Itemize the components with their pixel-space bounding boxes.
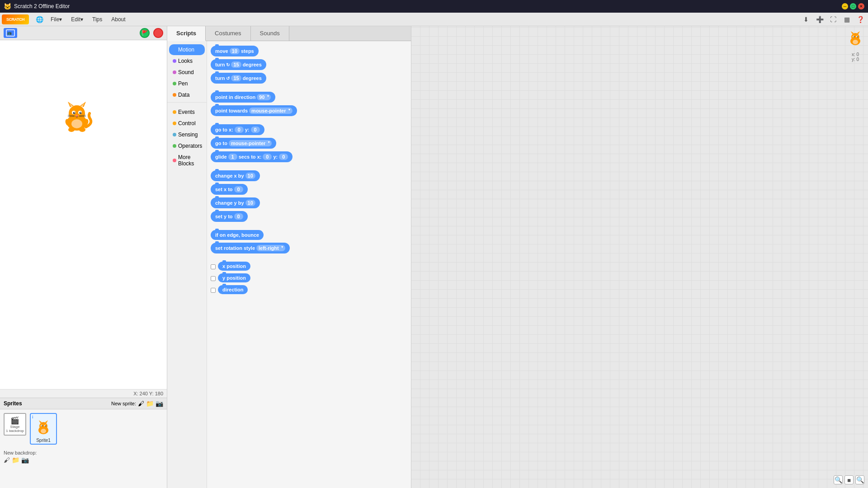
gap1: [211, 86, 407, 92]
coordinates: X: 240 Y: 180: [0, 389, 167, 398]
category-motion[interactable]: Motion: [169, 44, 205, 55]
events-dot: [173, 110, 176, 114]
zoom-fit-button[interactable]: ◼: [844, 475, 854, 484]
block-y-position-row: y position: [211, 273, 407, 284]
import-backdrop-button[interactable]: 📁: [12, 456, 19, 464]
category-more-blocks[interactable]: More Blocks: [169, 152, 205, 169]
fullscreen-icon-button[interactable]: ⛶: [827, 14, 839, 25]
category-sensing[interactable]: Sensing: [169, 129, 205, 140]
help-icon-button[interactable]: ❓: [854, 14, 866, 25]
category-operators[interactable]: Operators: [169, 141, 205, 151]
category-events[interactable]: Events: [169, 107, 205, 117]
tab-scripts[interactable]: Scripts: [167, 26, 206, 41]
scripts-area: x: 0 y: 0 🔍 ◼ 🔍: [411, 26, 868, 488]
block-change-y-row: change y by 10: [211, 197, 407, 210]
block-set-x[interactable]: set x to 0: [211, 184, 248, 195]
camera-backdrop-button[interactable]: 📷: [21, 456, 29, 464]
svg-line-16: [68, 117, 75, 117]
svg-point-19: [71, 119, 82, 128]
block-point-direction[interactable]: point in direction 90: [211, 92, 275, 103]
sprite1-thumbnail[interactable]: i Sprite1: [30, 413, 57, 445]
minimize-button[interactable]: ─: [842, 3, 848, 9]
block-turn-ccw-row: turn ↺ 15 degrees: [211, 73, 407, 85]
import-sprite-button[interactable]: 📁: [146, 400, 154, 407]
sprites-header: Sprites New sprite: 🖌 📁 📷: [0, 398, 167, 409]
x-position-checkbox[interactable]: [211, 264, 216, 269]
block-edge-bounce[interactable]: if on edge, bounce: [211, 230, 264, 240]
block-x-position[interactable]: x position: [218, 262, 250, 271]
green-flag-button[interactable]: 🚩: [140, 28, 150, 38]
block-point-direction-row: point in direction 90: [211, 92, 407, 104]
block-turn-cw-row: turn ↻ 15 degrees: [211, 59, 407, 71]
category-looks[interactable]: Looks: [169, 56, 205, 66]
direction-checkbox[interactable]: [211, 288, 216, 293]
block-direction[interactable]: direction: [218, 285, 248, 294]
tab-sounds[interactable]: Sounds: [251, 26, 289, 41]
motion-dot: [173, 48, 176, 52]
block-area: Motion Looks Sound Pen Data: [167, 41, 411, 488]
left-panel: 📺 🚩: [0, 26, 167, 488]
camera-sprite-button[interactable]: 📷: [156, 400, 163, 407]
block-set-y[interactable]: set y to 0: [211, 211, 248, 222]
block-set-x-row: set x to 0: [211, 184, 407, 196]
add-icon-button[interactable]: ➕: [814, 14, 826, 25]
gap4: [211, 225, 407, 230]
sensing-dot: [173, 133, 176, 136]
main: 📺 🚩: [0, 26, 868, 488]
close-button[interactable]: ✕: [858, 3, 864, 9]
block-move-steps[interactable]: move 10 steps: [211, 46, 259, 56]
block-turn-ccw[interactable]: turn ↺ 15 degrees: [211, 73, 266, 84]
svg-point-3: [69, 105, 85, 122]
svg-point-39: [857, 36, 858, 37]
svg-point-21: [79, 127, 85, 132]
category-control[interactable]: Control: [169, 118, 205, 129]
titlebar-left: 🐱 Scratch 2 Offline Editor: [4, 3, 70, 10]
category-data[interactable]: Data: [169, 89, 205, 100]
block-edge-bounce-row: if on edge, bounce: [211, 230, 407, 241]
menu-tips[interactable]: Tips: [89, 14, 106, 24]
menu-file[interactable]: File▾: [47, 14, 66, 24]
category-pen[interactable]: Pen: [169, 78, 205, 89]
zoom-in-button[interactable]: 🔍: [855, 475, 864, 484]
block-change-y[interactable]: change y by 10: [211, 197, 260, 208]
tab-costumes[interactable]: Costumes: [206, 26, 251, 41]
y-position-checkbox[interactable]: [211, 276, 216, 281]
svg-line-18: [79, 117, 86, 117]
menu-about[interactable]: About: [108, 14, 129, 24]
stop-button[interactable]: [153, 28, 163, 38]
block-go-to[interactable]: go to mouse-pointer: [211, 138, 276, 149]
menu-edit[interactable]: Edit▾: [67, 14, 87, 24]
svg-point-13: [80, 113, 81, 113]
block-y-position[interactable]: y position: [218, 273, 250, 282]
layout-icon-button[interactable]: ▦: [841, 14, 853, 25]
globe-icon-button[interactable]: 🌐: [33, 14, 45, 25]
maximize-button[interactable]: □: [850, 3, 856, 9]
more-blocks-dot: [173, 159, 176, 162]
data-dot: [173, 93, 176, 97]
block-glide[interactable]: glide 1 secs to x: 0 y: 0: [211, 151, 292, 162]
titlebar: 🐱 Scratch 2 Offline Editor ─ □ ✕: [0, 0, 868, 13]
block-change-x[interactable]: change x by 10: [211, 170, 260, 181]
paint-backdrop-button[interactable]: 🖌: [4, 456, 10, 464]
sprite1-label: Sprite1: [36, 438, 51, 443]
block-direction-row: direction: [211, 285, 407, 296]
new-sprite-controls: New sprite: 🖌 📁 📷: [111, 400, 163, 407]
paint-sprite-button[interactable]: 🖌: [138, 400, 144, 407]
menubar: SCRATCH 🌐 File▾ Edit▾ Tips About ⬇ ➕ ⛶ ▦…: [0, 13, 868, 26]
block-x-position-row: x position: [211, 262, 407, 272]
backdrop-controls: 🖌 📁 📷: [4, 456, 163, 464]
zoom-out-button[interactable]: 🔍: [834, 475, 843, 484]
block-turn-cw[interactable]: turn ↻ 15 degrees: [211, 59, 266, 70]
svg-marker-25: [39, 420, 42, 423]
stage-thumbnail[interactable]: 🎬 Stage1 backdrop: [4, 413, 26, 436]
block-rotation-style[interactable]: set rotation style left-right: [211, 243, 290, 253]
stage-icon: 📺: [4, 28, 17, 38]
category-sound[interactable]: Sound: [169, 67, 205, 78]
scripts-canvas[interactable]: [411, 26, 868, 488]
block-point-towards[interactable]: point towards mouse-pointer: [211, 105, 297, 116]
coordinates-text: X: 240 Y: 180: [133, 391, 163, 396]
copy-icon-button[interactable]: ⬇: [800, 14, 812, 25]
svg-point-32: [41, 429, 46, 433]
sprites-title: Sprites: [4, 400, 22, 407]
block-go-to-xy[interactable]: go to x: 0 y: 0: [211, 124, 264, 135]
